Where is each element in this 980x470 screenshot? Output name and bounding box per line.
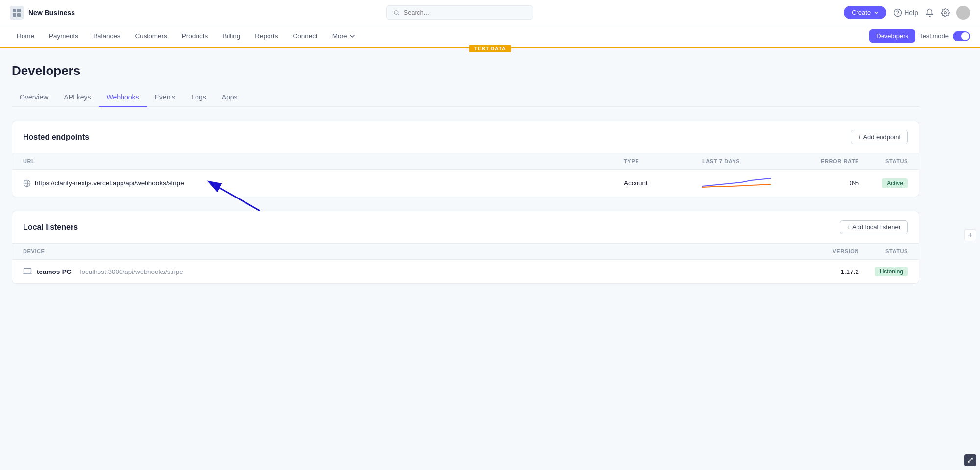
avatar[interactable] (956, 6, 970, 20)
svg-rect-3 (17, 13, 21, 17)
tab-logs[interactable]: Logs (183, 88, 214, 107)
search-icon (393, 9, 400, 16)
hosted-endpoints-section: Hosted endpoints + Add endpoint URL TYPE… (12, 121, 919, 197)
svg-rect-2 (13, 13, 16, 17)
nav-right: Developers Test mode (869, 29, 970, 43)
endpoint-row[interactable]: https://clarity-nextjs.vercel.app/api/we… (12, 170, 919, 197)
edge-plus-button[interactable]: + (964, 229, 976, 241)
nav-balances[interactable]: Balances (86, 25, 127, 48)
endpoints-table-header: URL TYPE LAST 7 DAYS ERROR RATE STATUS (12, 153, 919, 170)
add-local-listener-button[interactable]: + Add local listener (840, 220, 908, 234)
col-error-rate: ERROR RATE (800, 158, 859, 164)
settings-button[interactable] (941, 8, 950, 17)
col-version: VERSION (781, 248, 859, 254)
nav-reports[interactable]: Reports (248, 25, 285, 48)
device-url: localhost:3000/api/webhooks/stripe (80, 268, 183, 275)
chevron-down-icon (349, 33, 355, 39)
hosted-endpoints-header: Hosted endpoints + Add endpoint (12, 121, 919, 153)
test-mode-toggle[interactable] (953, 31, 970, 41)
col-last7days: LAST 7 DAYS (702, 158, 800, 164)
status-badge-listening: Listening (875, 267, 908, 276)
nav-billing[interactable]: Billing (216, 25, 247, 48)
help-circle-icon (893, 8, 902, 17)
col-device: DEVICE (23, 248, 781, 254)
header-left: New Business (10, 6, 75, 20)
tab-api-keys[interactable]: API keys (56, 88, 98, 107)
add-endpoint-button[interactable]: + Add endpoint (851, 130, 908, 144)
svg-point-7 (898, 14, 898, 15)
laptop-icon (23, 268, 32, 275)
listener-status-cell: Listening (859, 267, 908, 276)
col-local-status: STATUS (859, 248, 908, 254)
developers-button[interactable]: Developers (869, 29, 915, 43)
endpoint-sparkline (702, 176, 800, 190)
test-data-banner: TEST DATA (469, 45, 511, 52)
nav-products[interactable]: Products (175, 25, 215, 48)
tab-apps[interactable]: Apps (214, 88, 245, 107)
endpoint-status-cell: Active (859, 178, 908, 188)
nav-customers[interactable]: Customers (128, 25, 174, 48)
page-title: Developers (12, 63, 919, 78)
local-listeners-section: Local listeners + Add local listener DEV… (12, 211, 919, 284)
create-button[interactable]: Create (844, 6, 886, 19)
gear-icon (941, 8, 950, 17)
toggle-knob (961, 32, 969, 40)
nav-home[interactable]: Home (10, 25, 41, 48)
svg-line-5 (397, 14, 399, 15)
svg-point-8 (944, 11, 947, 14)
col-type: TYPE (624, 158, 702, 164)
device-cell: teamos-PC localhost:3000/api/webhooks/st… (23, 268, 781, 275)
tab-events[interactable]: Events (147, 88, 184, 107)
bell-icon (925, 8, 934, 17)
chevron-down-icon (874, 10, 879, 15)
svg-rect-10 (24, 268, 31, 273)
col-url: URL (23, 158, 624, 164)
help-button[interactable]: Help (893, 8, 918, 17)
search-input[interactable] (403, 9, 525, 16)
col-status: STATUS (859, 158, 908, 164)
nav-more[interactable]: More (325, 25, 362, 48)
endpoint-url-cell: https://clarity-nextjs.vercel.app/api/we… (23, 179, 624, 187)
tab-overview[interactable]: Overview (12, 88, 56, 107)
svg-rect-0 (13, 9, 16, 12)
test-mode-label: Test mode (919, 32, 949, 40)
listener-version: 1.17.2 (781, 268, 859, 275)
local-listeners-header: Local listeners + Add local listener (12, 211, 919, 244)
hosted-endpoints-title: Hosted endpoints (23, 133, 89, 142)
svg-rect-1 (17, 9, 21, 12)
brand-name: New Business (28, 9, 75, 17)
navbar: Home Payments Balances Customers Product… (0, 25, 980, 48)
notifications-button[interactable] (925, 8, 934, 17)
nav-items: Home Payments Balances Customers Product… (10, 25, 362, 47)
endpoint-url: https://clarity-nextjs.vercel.app/api/we… (35, 179, 184, 187)
endpoint-type: Account (624, 179, 702, 187)
globe-icon (23, 179, 31, 187)
nav-payments[interactable]: Payments (42, 25, 85, 48)
local-table-header: DEVICE VERSION STATUS (12, 244, 919, 260)
tab-webhooks[interactable]: Webhooks (99, 88, 147, 107)
header-right: Create Help (844, 6, 970, 20)
logo-icon (10, 6, 24, 20)
status-badge-active: Active (882, 178, 908, 188)
endpoint-error-rate: 0% (800, 179, 859, 187)
sparkline-chart (702, 176, 771, 188)
dev-tabs: Overview API keys Webhooks Events Logs A… (12, 88, 919, 107)
search-bar[interactable] (386, 5, 533, 20)
nav-connect[interactable]: Connect (286, 25, 324, 48)
local-listeners-title: Local listeners (23, 223, 78, 232)
local-listener-row[interactable]: teamos-PC localhost:3000/api/webhooks/st… (12, 260, 919, 283)
device-name: teamos-PC (37, 268, 72, 275)
help-label: Help (904, 9, 918, 17)
header: New Business Create Help (0, 0, 980, 25)
main-content: Developers Overview API keys Webhooks Ev… (0, 48, 931, 313)
